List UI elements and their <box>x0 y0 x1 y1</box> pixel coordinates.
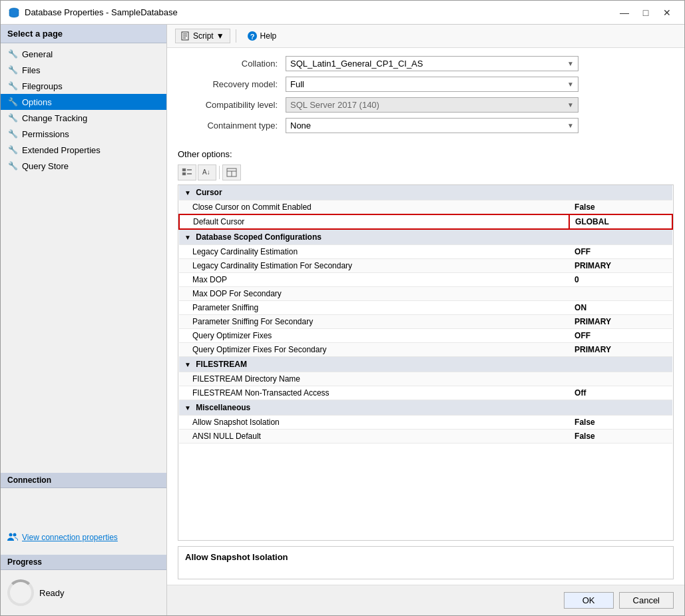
script-button[interactable]: Script ▼ <box>175 29 230 43</box>
sidebar-label-change-tracking: Change Tracking <box>22 113 87 123</box>
row-name-allow-snapshot: Allow Snapshot Isolation <box>179 416 569 430</box>
content-area: Select a page 🔧 General 🔧 Files 🔧 Filegr… <box>1 25 684 615</box>
table-row[interactable]: Close Cursor on Commit Enabled False <box>179 200 672 215</box>
title-bar-left: Database Properties - SampleDatabase <box>9 7 178 18</box>
section-header-filestream[interactable]: ▼ FILESTREAM <box>179 357 672 372</box>
sidebar-item-extended-properties[interactable]: 🔧 Extended Properties <box>1 142 166 158</box>
script-dropdown-arrow: ▼ <box>216 31 224 41</box>
svg-point-1 <box>9 533 13 537</box>
view-connection-label: View connection properties <box>22 533 118 542</box>
table-row[interactable]: ANSI NULL Default False <box>179 430 672 444</box>
categorized-view-button[interactable] <box>178 164 196 180</box>
row-value-max-dop: 0 <box>569 273 672 287</box>
row-name-ansi-null: ANSI NULL Default <box>179 430 569 444</box>
recovery-model-arrow: ▼ <box>567 81 574 88</box>
table-row[interactable]: Query Optimizer Fixes OFF <box>179 329 672 343</box>
section-header-db-scoped[interactable]: ▼ Database Scoped Configurations <box>179 229 672 245</box>
svg-text:?: ? <box>250 33 254 41</box>
sidebar-item-files[interactable]: 🔧 Files <box>1 62 166 78</box>
table-row[interactable]: Allow Snapshot Isolation False <box>179 416 672 430</box>
table-row[interactable]: Max DOP 0 <box>179 273 672 287</box>
row-name-query-optimizer-fixes: Query Optimizer Fixes <box>179 329 569 343</box>
minimize-button[interactable]: — <box>615 6 634 19</box>
title-bar: Database Properties - SampleDatabase — □… <box>1 1 684 25</box>
svg-point-2 <box>13 533 17 537</box>
properties-button[interactable] <box>222 164 241 180</box>
toolbar: Script ▼ ? Help <box>167 25 684 48</box>
row-value-param-sniffing-secondary: PRIMARY <box>569 315 672 329</box>
table-row[interactable]: FILESTREAM Non-Transacted Access Off <box>179 386 672 400</box>
collation-arrow: ▼ <box>567 60 574 67</box>
table-row[interactable]: Query Optimizer Fixes For Secondary PRIM… <box>179 343 672 357</box>
gear-icon-general: 🔧 <box>7 49 18 59</box>
table-row-selected[interactable]: Default Cursor GLOBAL <box>179 214 672 229</box>
main-panel: Script ▼ ? Help Collation: SQL_La <box>167 25 684 615</box>
sidebar-item-change-tracking[interactable]: 🔧 Change Tracking <box>1 110 166 126</box>
alphabetical-view-button[interactable]: A↓ <box>198 164 216 180</box>
progress-status: Ready <box>39 588 65 598</box>
row-value-max-dop-secondary <box>569 287 672 301</box>
containment-type-select[interactable]: None ▼ <box>286 118 578 133</box>
alphabetical-icon: A↓ <box>202 168 212 177</box>
progress-header: Progress <box>1 555 166 570</box>
table-row[interactable]: Legacy Cardinality Estimation OFF <box>179 245 672 259</box>
table-row[interactable]: Parameter Sniffing For Secondary PRIMARY <box>179 315 672 329</box>
properties-icon <box>226 168 237 177</box>
sidebar-label-query-store: Query Store <box>22 161 69 171</box>
close-button[interactable]: ✕ <box>658 6 676 19</box>
sidebar-label-general: General <box>22 49 53 59</box>
gear-icon-files: 🔧 <box>7 65 18 75</box>
grid-table: ▼ Cursor Close Cursor on Commit Enabled … <box>178 185 673 444</box>
sidebar-label-filegroups: Filegroups <box>22 81 63 91</box>
containment-type-label: Containment type: <box>178 121 278 131</box>
section-header-miscellaneous[interactable]: ▼ Miscellaneous <box>179 400 672 416</box>
spinner-icon <box>7 579 34 606</box>
table-row[interactable]: Parameter Sniffing ON <box>179 301 672 315</box>
row-name-param-sniffing: Parameter Sniffing <box>179 301 569 315</box>
row-name-query-optimizer-fixes-secondary: Query Optimizer Fixes For Secondary <box>179 343 569 357</box>
row-value-param-sniffing: ON <box>569 301 672 315</box>
sidebar-label-extended-properties: Extended Properties <box>22 145 101 155</box>
ok-button[interactable]: OK <box>564 592 614 609</box>
gear-icon-options: 🔧 <box>7 97 18 107</box>
sidebar-item-filegroups[interactable]: 🔧 Filegroups <box>1 78 166 94</box>
row-name-param-sniffing-secondary: Parameter Sniffing For Secondary <box>179 315 569 329</box>
table-row[interactable]: FILESTREAM Directory Name <box>179 372 672 386</box>
sidebar-item-general[interactable]: 🔧 General <box>1 46 166 62</box>
maximize-button[interactable]: □ <box>636 6 655 19</box>
section-header-cursor[interactable]: ▼ Cursor <box>179 185 672 200</box>
cancel-button[interactable]: Cancel <box>619 592 674 609</box>
help-icon: ? <box>247 31 258 41</box>
containment-type-row: Containment type: None ▼ <box>178 118 674 133</box>
sidebar-item-options[interactable]: 🔧 Options <box>1 94 166 110</box>
database-icon <box>9 7 19 18</box>
grid-scroll-area[interactable]: ▼ Cursor Close Cursor on Commit Enabled … <box>178 185 673 540</box>
miscellaneous-section-label: Miscellaneous <box>196 403 250 412</box>
recovery-model-select[interactable]: Full ▼ <box>286 77 578 92</box>
connection-header: Connection <box>1 473 166 488</box>
compatibility-level-select[interactable]: SQL Server 2017 (140) ▼ <box>286 97 578 113</box>
script-label: Script <box>193 31 214 41</box>
gear-icon-extended-props: 🔧 <box>7 145 18 155</box>
row-value-filestream-access: Off <box>569 386 672 400</box>
cursor-chevron: ▼ <box>184 189 191 196</box>
view-connection-link[interactable]: View connection properties <box>1 528 166 547</box>
row-value-default-cursor: GLOBAL <box>569 214 672 229</box>
table-row[interactable]: Max DOP For Secondary <box>179 287 672 301</box>
sidebar-item-query-store[interactable]: 🔧 Query Store <box>1 158 166 174</box>
help-button[interactable]: ? Help <box>242 29 282 43</box>
row-value-filestream-dir <box>569 372 672 386</box>
svg-text:A↓: A↓ <box>202 168 210 176</box>
sidebar-item-permissions[interactable]: 🔧 Permissions <box>1 126 166 142</box>
miscellaneous-chevron: ▼ <box>184 404 191 412</box>
compatibility-level-arrow: ▼ <box>567 101 574 109</box>
row-name-max-dop-secondary: Max DOP For Secondary <box>179 287 569 301</box>
options-toolbar-separator <box>219 166 220 179</box>
gear-icon-query-store: 🔧 <box>7 160 18 171</box>
row-value-allow-snapshot: False <box>569 416 672 430</box>
collation-select[interactable]: SQL_Latin1_General_CP1_CI_AS ▼ <box>286 56 578 71</box>
filestream-section-label: FILESTREAM <box>196 360 247 369</box>
svg-rect-9 <box>182 168 186 171</box>
table-row[interactable]: Legacy Cardinality Estimation For Second… <box>179 259 672 273</box>
containment-type-value: None <box>290 121 311 131</box>
